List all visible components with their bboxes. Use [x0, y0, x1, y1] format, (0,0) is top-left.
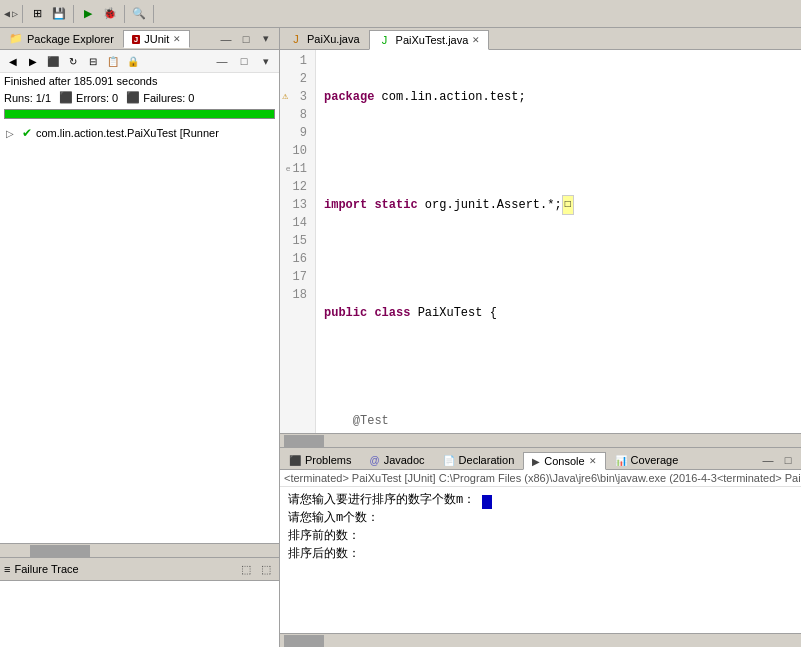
- paixutest-java-icon: J: [378, 33, 392, 47]
- junit-stats: Runs: 1/1 ⬛ Errors: 0 ⬛ Failures: 0: [0, 89, 279, 106]
- tab-coverage[interactable]: 📊 Coverage: [606, 451, 688, 469]
- test-item-paixutest[interactable]: ▷ ✔ com.lin.action.test.PaiXuTest [Runne…: [2, 124, 277, 142]
- bottom-hscrollbar[interactable]: [280, 633, 801, 647]
- code-content[interactable]: package com.lin.action.test; import stat…: [316, 50, 801, 433]
- pkg-explorer-icon: 📁: [9, 32, 23, 46]
- expand-icon: ▷: [6, 128, 18, 139]
- tab-declaration-label: Declaration: [459, 454, 515, 466]
- code-line-11: @Test: [324, 412, 793, 430]
- failure-trace-btn-2[interactable]: ⬚: [257, 560, 275, 578]
- close-console-tab[interactable]: ✕: [589, 456, 597, 466]
- toolbar-btn-save[interactable]: 💾: [49, 4, 69, 24]
- editor-hscrollbar-thumb[interactable]: [284, 435, 324, 447]
- runs-value: 1/1: [36, 92, 51, 104]
- tab-javadoc[interactable]: @ Javadoc: [360, 451, 433, 469]
- junit-next-btn[interactable]: ▶: [24, 52, 42, 70]
- junit-rerun-btn[interactable]: ↻: [64, 52, 82, 70]
- ln-13: 13: [280, 196, 311, 214]
- line-numbers: 1 2 ⚠ 3 8 9 10 e11 12 13 14 15 16 17: [280, 50, 316, 433]
- close-junit-tab[interactable]: ✕: [173, 34, 181, 44]
- main-toolbar: ◀ ▷ ⊞ 💾 ▶ 🐞 🔍: [0, 0, 801, 28]
- junit-maximize-btn[interactable]: □: [235, 52, 253, 70]
- toolbar-btn-run[interactable]: ▶: [78, 4, 98, 24]
- toolbar-sep-3: [124, 5, 125, 23]
- bottom-hscrollbar-thumb[interactable]: [284, 635, 324, 647]
- toolbar-icon-2: ▷: [12, 8, 18, 20]
- coverage-icon: 📊: [615, 455, 627, 466]
- menu-left-btn[interactable]: ▾: [257, 30, 275, 48]
- ln-10: 10: [280, 142, 311, 160]
- ln-2: 2: [280, 70, 311, 88]
- failures-value: 0: [188, 92, 194, 104]
- junit-status: Finished after 185.091 seconds: [0, 73, 279, 89]
- junit-error-icon: ⬛: [44, 52, 62, 70]
- maximize-left-btn[interactable]: □: [237, 30, 255, 48]
- tab-declaration[interactable]: 📄 Declaration: [434, 451, 524, 469]
- console-header: <terminated> PaiXuTest [JUnit] C:\Progra…: [280, 470, 801, 487]
- minimize-left-btn[interactable]: —: [217, 30, 235, 48]
- menu-icon: ≡: [4, 563, 10, 575]
- toolbar-btn-new[interactable]: ⊞: [27, 4, 47, 24]
- bottom-minimize-btn[interactable]: —: [759, 451, 777, 469]
- toolbar-btn-search[interactable]: 🔍: [129, 4, 149, 24]
- code-line-8: [324, 250, 793, 268]
- left-scrollbar-thumb[interactable]: [30, 545, 90, 557]
- tab-problems[interactable]: ⬛ Problems: [280, 451, 360, 469]
- code-editor: 1 2 ⚠ 3 8 9 10 e11 12 13 14 15 16 17: [280, 50, 801, 433]
- console-output: 请您输入要进行排序的数字个数m： 请您输入m个数： 排序前的数： 排序后的数：: [280, 487, 801, 633]
- toolbar-btn-debug[interactable]: 🐞: [100, 4, 120, 24]
- tab-paixu-java[interactable]: J PaiXu.java: [280, 29, 369, 49]
- declaration-icon: 📄: [443, 455, 455, 466]
- tab-console-label: Console: [544, 455, 584, 467]
- bottom-tab-actions: — □: [759, 451, 801, 469]
- left-tab-actions: — □ ▾: [217, 30, 279, 48]
- failure-trace-content: [0, 581, 279, 647]
- right-panel: J PaiXu.java J PaiXuTest.java ✕ 1 2 ⚠ 3: [280, 28, 801, 647]
- gutter-warning-icon: ⚠: [282, 88, 288, 106]
- junit-filter-btn[interactable]: ⊟: [84, 52, 102, 70]
- tab-package-explorer-label: Package Explorer: [27, 33, 114, 45]
- code-line-1: package com.lin.action.test;: [324, 88, 793, 106]
- runs-stat: Runs: 1/1: [4, 92, 51, 104]
- left-tab-bar: 📁 Package Explorer J JUnit ✕ — □ ▾: [0, 28, 279, 50]
- ln-1: 1: [280, 52, 311, 70]
- console-icon: ▶: [532, 456, 540, 467]
- test-tree: ▷ ✔ com.lin.action.test.PaiXuTest [Runne…: [0, 122, 279, 543]
- console-header-text: <terminated> PaiXuTest [JUnit] C:\Progra…: [284, 472, 717, 484]
- bottom-panel: ⬛ Problems @ Javadoc 📄 Declaration ▶ Con…: [280, 447, 801, 647]
- bottom-maximize-btn[interactable]: □: [779, 451, 797, 469]
- ln-9: 9: [280, 124, 311, 142]
- editor-hscrollbar[interactable]: [280, 433, 801, 447]
- errors-label: Errors:: [76, 92, 109, 104]
- tab-package-explorer[interactable]: 📁 Package Explorer: [0, 29, 123, 49]
- console-line-3: 排序前的数：: [288, 527, 793, 545]
- junit-nav-buttons: ◀ ▶ ⬛ ↻ ⊟ 📋 🔒: [4, 52, 142, 70]
- junit-prev-btn[interactable]: ◀: [4, 52, 22, 70]
- bottom-content: <terminated> PaiXuTest [JUnit] C:\Progra…: [280, 470, 801, 633]
- tab-console[interactable]: ▶ Console ✕: [523, 452, 605, 470]
- junit-minimize-btn[interactable]: —: [213, 52, 231, 70]
- ln-15: 15: [280, 232, 311, 250]
- left-scrollbar[interactable]: [0, 543, 279, 557]
- junit-menu-btn[interactable]: ▾: [257, 52, 275, 70]
- tab-paixutest-java-label: PaiXuTest.java: [396, 34, 469, 46]
- main-layout: 📁 Package Explorer J JUnit ✕ — □ ▾: [0, 28, 801, 647]
- tab-junit[interactable]: J JUnit ✕: [123, 30, 191, 48]
- test-icon: ✔: [22, 126, 32, 140]
- failure-trace-label: Failure Trace: [14, 563, 78, 575]
- console-line-1-text: 请您输入要进行排序的数字个数m：: [288, 493, 475, 507]
- failures-label: Failures:: [143, 92, 185, 104]
- junit-progress-bar: [4, 109, 275, 119]
- junit-lock-btn[interactable]: 🔒: [124, 52, 142, 70]
- console-line-4: 排序后的数：: [288, 545, 793, 563]
- junit-history-btn[interactable]: 📋: [104, 52, 122, 70]
- toolbar-sep-2: [73, 5, 74, 23]
- tab-coverage-label: Coverage: [631, 454, 679, 466]
- code-line-3: import static org.junit.Assert.*;□: [324, 196, 793, 214]
- tab-paixutest-java[interactable]: J PaiXuTest.java ✕: [369, 30, 490, 50]
- failure-trace-btn-1[interactable]: ⬚: [237, 560, 255, 578]
- errors-icon: ⬛: [59, 91, 73, 104]
- tab-paixu-java-label: PaiXu.java: [307, 33, 360, 45]
- close-paixutest-tab[interactable]: ✕: [472, 35, 480, 45]
- problems-icon: ⬛: [289, 455, 301, 466]
